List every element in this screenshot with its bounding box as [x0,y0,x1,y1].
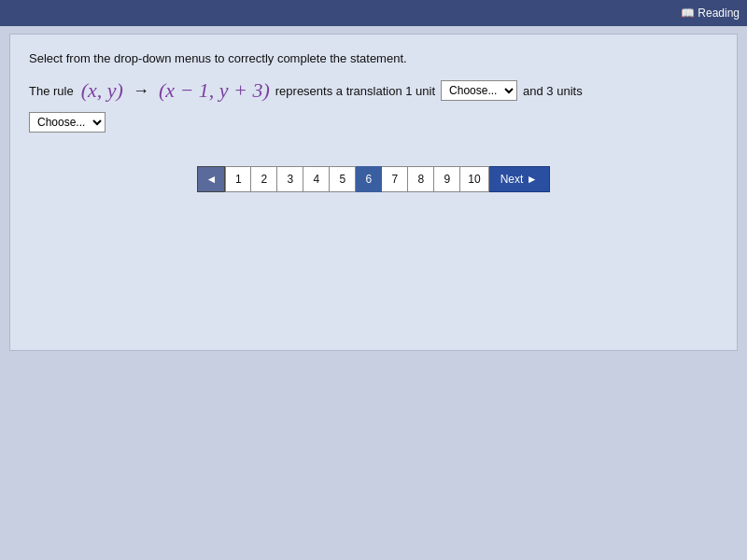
after-math-text: represents a translation 1 unit [275,84,435,98]
main-content-area: Select from the drop-down menus to corre… [9,34,738,351]
pagination: ◄ 1 2 3 4 5 6 7 8 9 10 Next ► [29,166,718,192]
question-line-1: The rule (x, y) → (x − 1, y + 3) represe… [29,78,718,103]
direction-dropdown-2[interactable]: Choose... left right up down [29,112,106,133]
page-1[interactable]: 1 [225,166,251,192]
math-right: (x − 1, y + 3) [159,78,270,103]
page-3[interactable]: 3 [277,166,303,192]
page-10[interactable]: 10 [460,166,488,192]
arrow-symbol: → [133,81,149,101]
page-5[interactable]: 5 [330,166,356,192]
page-7[interactable]: 7 [382,166,408,192]
top-bar: 📖 Reading [0,0,747,26]
rule-label: The rule [29,84,74,98]
between-text: and 3 units [523,84,583,98]
question-line-2: Choose... left right up down [29,112,718,133]
question-block: The rule (x, y) → (x − 1, y + 3) represe… [29,78,718,133]
instructions-text: Select from the drop-down menus to corre… [29,51,718,65]
next-page-button[interactable]: Next ► [489,166,550,192]
lower-area [9,358,738,545]
page-4[interactable]: 4 [303,166,330,192]
page-6[interactable]: 6 [356,166,382,192]
math-left: (x, y) [81,78,123,103]
page-2[interactable]: 2 [251,166,277,192]
direction-dropdown-1[interactable]: Choose... left right up down [441,80,517,101]
page-8[interactable]: 8 [408,166,434,192]
prev-page-button[interactable]: ◄ [197,166,225,192]
page-9[interactable]: 9 [434,166,460,192]
reading-label: 📖 Reading [681,7,740,20]
